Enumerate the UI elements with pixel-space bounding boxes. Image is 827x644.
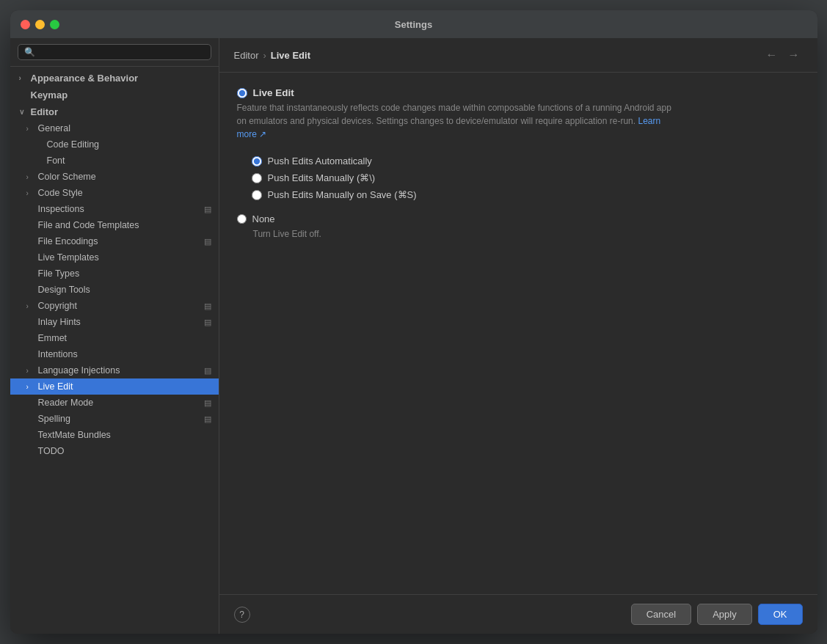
sidebar-list: › Appearance & Behavior Keymap ∨ Editor … xyxy=(10,67,219,634)
sidebar-item-label: Color Scheme xyxy=(38,172,96,182)
sidebar-item-label: Live Edit xyxy=(38,381,73,392)
search-input-wrap[interactable]: 🔍 xyxy=(18,44,211,60)
sidebar-item-live-edit[interactable]: › Live Edit xyxy=(10,378,219,395)
sidebar-item-live-templates[interactable]: Live Templates xyxy=(10,249,219,266)
push-save-label[interactable]: Push Edits Manually on Save (⌘S) xyxy=(268,189,417,200)
sidebar-item-general[interactable]: › General xyxy=(10,120,219,136)
sidebar-item-copyright[interactable]: › Copyright ▤ xyxy=(10,298,219,314)
sidebar-item-file-encodings[interactable]: File Encodings ▤ xyxy=(10,233,219,249)
sidebar-item-label: Design Tools xyxy=(38,285,90,295)
sidebar-item-label: Spelling xyxy=(38,414,70,424)
minimize-button[interactable] xyxy=(35,20,45,29)
help-button[interactable]: ? xyxy=(234,607,250,623)
sidebar-item-textmate-bundles[interactable]: TextMate Bundles xyxy=(10,427,219,443)
sidebar-item-label: Keymap xyxy=(31,89,68,100)
radio-option-push-manually[interactable]: Push Edits Manually (⌘\) xyxy=(252,169,800,186)
none-radio[interactable] xyxy=(237,214,247,224)
footer-left: ? xyxy=(234,607,250,623)
sidebar-item-code-style[interactable]: › Code Style xyxy=(10,185,219,201)
footer: ? Cancel Apply OK xyxy=(219,594,817,634)
push-auto-radio[interactable] xyxy=(252,156,262,167)
push-save-radio[interactable] xyxy=(252,190,262,200)
sidebar-item-spelling[interactable]: Spelling ▤ xyxy=(10,411,219,427)
live-edit-enabled-radio[interactable] xyxy=(237,88,247,98)
sidebar-item-label: Emmet xyxy=(38,333,68,343)
breadcrumb: Editor › Live Edit xyxy=(234,50,311,61)
sidebar-item-label: General xyxy=(38,123,70,133)
sidebar-item-inlay-hints[interactable]: Inlay Hints ▤ xyxy=(10,314,219,330)
none-radio-row[interactable]: None xyxy=(237,211,800,227)
cancel-button[interactable]: Cancel xyxy=(631,604,691,625)
radio-option-push-save[interactable]: Push Edits Manually on Save (⌘S) xyxy=(252,186,800,203)
sidebar-item-label: Intentions xyxy=(38,349,78,359)
sidebar-item-label: Code Style xyxy=(38,188,83,198)
badge-icon: ▤ xyxy=(204,237,211,246)
sidebar-item-design-tools[interactable]: Design Tools xyxy=(10,282,219,298)
sidebar-item-label: Live Templates xyxy=(38,252,99,263)
live-edit-description: Feature that instantaneously reflects co… xyxy=(237,101,677,141)
sidebar-item-todo[interactable]: TODO xyxy=(10,443,219,459)
radio-option-push-auto[interactable]: Push Edits Automatically xyxy=(252,153,800,169)
sidebar-item-label: Code Editing xyxy=(47,139,100,150)
push-manually-label[interactable]: Push Edits Manually (⌘\) xyxy=(268,172,376,183)
ok-button[interactable]: OK xyxy=(758,604,803,625)
push-options-group: Push Edits Automatically Push Edits Manu… xyxy=(237,153,800,203)
sidebar-item-appearance[interactable]: › Appearance & Behavior xyxy=(10,70,219,87)
sidebar-item-label: Inlay Hints xyxy=(38,317,81,327)
sidebar-item-label: Language Injections xyxy=(38,365,120,376)
badge-icon: ▤ xyxy=(204,398,211,408)
chevron-icon: › xyxy=(26,173,35,181)
chevron-icon: › xyxy=(26,302,35,310)
push-manually-radio[interactable] xyxy=(252,173,262,183)
badge-icon: ▤ xyxy=(204,366,211,376)
apply-button[interactable]: Apply xyxy=(697,604,752,625)
nav-arrows: ← → xyxy=(763,47,803,63)
none-label[interactable]: None xyxy=(252,213,275,224)
search-input[interactable] xyxy=(39,47,205,57)
chevron-icon: › xyxy=(26,367,35,375)
badge-icon: ▤ xyxy=(204,301,211,311)
titlebar: Settings xyxy=(10,10,817,38)
sidebar-item-font[interactable]: Font xyxy=(10,153,219,169)
none-section: None Turn Live Edit off. xyxy=(237,211,800,239)
sidebar-item-color-scheme[interactable]: › Color Scheme xyxy=(10,169,219,185)
breadcrumb-parent: Editor xyxy=(234,50,259,61)
chevron-down-icon: ∨ xyxy=(19,108,28,116)
nav-forward-button[interactable]: → xyxy=(785,47,803,63)
push-auto-label[interactable]: Push Edits Automatically xyxy=(268,155,372,167)
sidebar-item-label: TextMate Bundles xyxy=(38,430,111,440)
settings-content: Live Edit Feature that instantaneously r… xyxy=(219,73,817,594)
live-edit-title[interactable]: Live Edit xyxy=(253,87,294,98)
sidebar-item-code-editing[interactable]: Code Editing xyxy=(10,136,219,153)
sidebar-item-label: TODO xyxy=(38,446,65,456)
settings-window: Settings 🔍 › Appearance & Behavior xyxy=(10,10,817,634)
sidebar-item-keymap[interactable]: Keymap xyxy=(10,87,219,103)
sidebar-item-editor[interactable]: ∨ Editor xyxy=(10,103,219,120)
sidebar-item-inspections[interactable]: Inspections ▤ xyxy=(10,201,219,217)
sidebar-item-label: Editor xyxy=(31,106,59,117)
sidebar-item-reader-mode[interactable]: Reader Mode ▤ xyxy=(10,395,219,411)
traffic-lights xyxy=(21,20,59,29)
live-edit-main-radio-row[interactable]: Live Edit xyxy=(237,87,800,98)
badge-icon: ▤ xyxy=(204,414,211,424)
main-panel: Editor › Live Edit ← → Live Edit F xyxy=(219,38,817,634)
sidebar-item-intentions[interactable]: Intentions xyxy=(10,346,219,362)
sidebar-item-language-injections[interactable]: › Language Injections ▤ xyxy=(10,362,219,378)
sidebar-item-label: File Types xyxy=(38,268,80,279)
sidebar-item-emmet[interactable]: Emmet xyxy=(10,330,219,346)
chevron-icon: › xyxy=(26,125,35,133)
badge-icon: ▤ xyxy=(204,318,211,327)
chevron-icon: › xyxy=(26,189,35,197)
sidebar-item-file-types[interactable]: File Types xyxy=(10,266,219,282)
sidebar-item-label: Reader Mode xyxy=(38,398,94,408)
badge-icon: ▤ xyxy=(204,205,211,214)
main-header: Editor › Live Edit ← → xyxy=(219,38,817,73)
nav-back-button[interactable]: ← xyxy=(763,47,781,63)
breadcrumb-current: Live Edit xyxy=(271,50,310,61)
close-button[interactable] xyxy=(21,20,30,29)
maximize-button[interactable] xyxy=(50,20,59,29)
sidebar-item-file-code-templates[interactable]: File and Code Templates xyxy=(10,217,219,233)
chevron-icon: › xyxy=(19,74,28,82)
sidebar-item-label: Font xyxy=(47,155,65,166)
main-content-area: 🔍 › Appearance & Behavior Keymap ∨ xyxy=(10,38,817,634)
